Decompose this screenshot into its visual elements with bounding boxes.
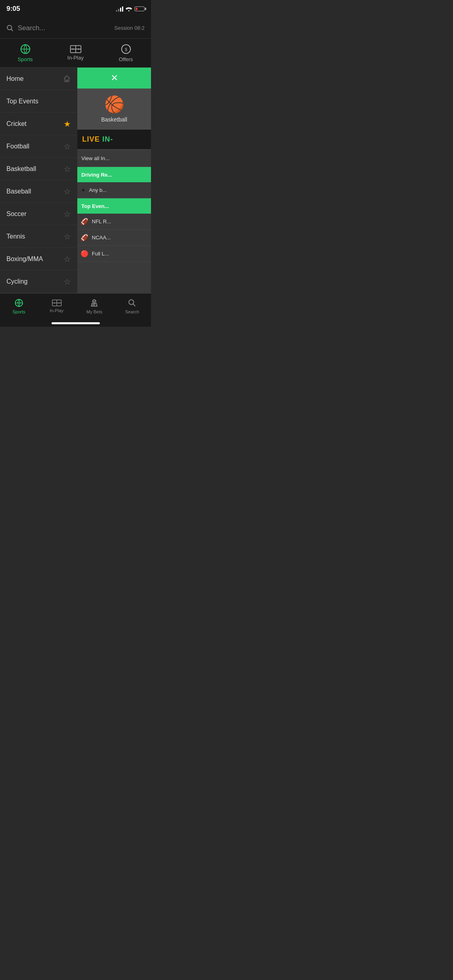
star-icon-baseball[interactable]: ☆	[64, 187, 71, 196]
svg-point-0	[7, 25, 12, 30]
svg-text:$: $	[124, 47, 127, 52]
ball-icon-full: 🔴	[81, 250, 89, 257]
svg-point-21	[129, 300, 134, 305]
nav-tabs: Sports In-Play $ Offers	[0, 39, 151, 68]
driving-header: Driving Re...	[77, 167, 151, 182]
search-bar[interactable]: Search... Session 08:2	[0, 18, 151, 39]
tab-inplay[interactable]: In-Play	[50, 39, 101, 67]
bottom-mybets-label: My Bets	[87, 309, 103, 314]
menu-item-cycling-label: Cycling	[6, 278, 27, 285]
football-icon-ncaa: 🏈	[81, 234, 89, 241]
bottom-search-label: Search	[125, 309, 139, 314]
star-icon-football[interactable]: ☆	[64, 142, 71, 151]
bottom-mybets-icon	[89, 298, 99, 308]
driving-label: Driving Re...	[81, 172, 112, 178]
tab-offers-label: Offers	[119, 56, 133, 62]
nfl-item[interactable]: 🏈 NFL R...	[77, 214, 151, 230]
full-l-item[interactable]: 🔴 Full L...	[77, 246, 151, 262]
svg-point-17	[58, 303, 60, 304]
tab-offers[interactable]: $ Offers	[101, 39, 151, 67]
bottom-sports-icon	[14, 298, 24, 308]
search-placeholder: Search...	[18, 24, 114, 32]
star-icon-cricket[interactable]: ★	[64, 119, 71, 129]
live-in-banner: LIVE IN-	[77, 130, 151, 150]
view-all-inplay[interactable]: View all In...	[77, 150, 151, 167]
bottom-nav-sports[interactable]: Sports	[0, 294, 38, 319]
menu-item-cricket[interactable]: Cricket ★	[0, 113, 77, 135]
menu-item-soccer-label: Soccer	[6, 210, 27, 218]
menu-item-cricket-label: Cricket	[6, 120, 27, 128]
ncaa-item[interactable]: 🏈 NCAA...	[77, 230, 151, 246]
top-events-panel-label: Top Even...	[81, 203, 109, 209]
svg-point-8	[78, 48, 79, 50]
any-b-item[interactable]: ⚬ Any b...	[77, 182, 151, 198]
golf-ball-icon: ⚬	[81, 186, 86, 194]
home-icon	[63, 75, 71, 83]
full-l-label: Full L...	[92, 251, 109, 257]
basketball-label: Basketball	[101, 116, 127, 123]
top-events-header: Top Even...	[77, 198, 151, 214]
in-text: IN-	[102, 135, 113, 143]
bottom-nav-mybets[interactable]: My Bets	[76, 294, 114, 319]
wifi-icon	[126, 6, 132, 11]
star-icon-boxing-mma[interactable]: ☆	[64, 254, 71, 264]
tab-sports-label: Sports	[18, 56, 33, 62]
any-b-label: Any b...	[89, 187, 107, 193]
menu-item-football-label: Football	[6, 143, 29, 150]
tab-sports[interactable]: Sports	[0, 39, 50, 67]
bottom-inplay-label: In-Play	[50, 308, 64, 313]
menu-item-boxing-mma-label: Boxing/MMA	[6, 255, 43, 263]
star-icon-basketball[interactable]: ☆	[64, 164, 71, 174]
main-content: Home Top Events Cricket ★ Football ☆ Bas…	[0, 68, 151, 293]
star-icon-cycling[interactable]: ☆	[64, 277, 71, 286]
menu-item-baseball-label: Baseball	[6, 188, 31, 195]
bottom-sports-label: Sports	[12, 309, 25, 314]
tab-inplay-label: In-Play	[67, 55, 83, 61]
svg-line-1	[11, 29, 13, 31]
star-icon-tennis[interactable]: ☆	[64, 232, 71, 241]
bottom-nav-search[interactable]: Search	[113, 294, 151, 319]
menu-item-basketball-label: Basketball	[6, 165, 36, 173]
close-icon: ✕	[111, 73, 118, 83]
menu-item-top-events-label: Top Events	[6, 98, 38, 105]
session-text: Session 08:2	[114, 25, 145, 31]
left-menu: Home Top Events Cricket ★ Football ☆ Bas…	[0, 68, 77, 293]
right-panel: ✕ 🏀 Basketball LIVE IN- View all In... D…	[77, 68, 151, 293]
nfl-label: NFL R...	[92, 218, 111, 224]
status-icons	[116, 6, 145, 12]
home-indicator	[52, 322, 100, 324]
star-icon-soccer[interactable]: ☆	[64, 209, 71, 219]
menu-item-tennis[interactable]: Tennis ☆	[0, 225, 77, 248]
menu-item-baseball[interactable]: Baseball ☆	[0, 180, 77, 203]
bottom-nav: Sports In-Play My Bets	[0, 293, 151, 327]
basketball-item[interactable]: 🏀 Basketball	[77, 89, 151, 130]
football-icon-nfl: 🏈	[81, 218, 89, 225]
live-in-text: LIVE IN-	[82, 135, 113, 143]
menu-item-soccer[interactable]: Soccer ☆	[0, 203, 77, 225]
status-bar: 9:05	[0, 0, 151, 18]
battery-icon	[134, 6, 145, 11]
ncaa-label: NCAA...	[92, 235, 111, 241]
menu-item-home[interactable]: Home	[0, 68, 77, 90]
bottom-nav-inplay[interactable]: In-Play	[38, 294, 76, 319]
menu-item-boxing-mma[interactable]: Boxing/MMA ☆	[0, 248, 77, 270]
svg-line-22	[133, 304, 136, 307]
menu-item-home-label: Home	[6, 75, 24, 82]
search-icon	[6, 25, 14, 32]
bottom-search-icon	[127, 298, 137, 308]
view-all-label: View all In...	[81, 155, 110, 161]
svg-point-7	[72, 48, 74, 50]
signal-icon	[116, 6, 123, 12]
bottom-inplay-icon	[52, 299, 62, 307]
status-time: 9:05	[6, 5, 20, 13]
basketball-icon: 🏀	[104, 95, 124, 114]
svg-point-16	[54, 303, 55, 304]
menu-item-basketball[interactable]: Basketball ☆	[0, 158, 77, 180]
menu-item-tennis-label: Tennis	[6, 233, 25, 240]
close-button[interactable]: ✕	[77, 68, 151, 89]
menu-item-top-events[interactable]: Top Events	[0, 90, 77, 113]
menu-item-cycling[interactable]: Cycling ☆	[0, 270, 77, 293]
menu-item-football[interactable]: Football ☆	[0, 135, 77, 158]
live-text: LIVE	[82, 135, 102, 143]
